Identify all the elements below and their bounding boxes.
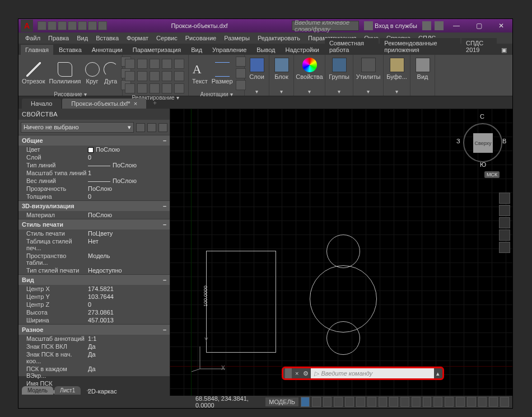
nav-fullnav-icon[interactable]: [499, 193, 510, 204]
property-value[interactable]: 174.5821: [88, 285, 170, 292]
signin-label[interactable]: Вход в службы: [375, 22, 417, 29]
property-value[interactable]: Модель: [88, 252, 170, 266]
status-snap-icon[interactable]: [312, 397, 321, 407]
exchange-icon[interactable]: [422, 21, 431, 30]
pickadd-icon[interactable]: [147, 123, 156, 132]
property-value[interactable]: [88, 380, 170, 387]
ribbon-collapse-icon[interactable]: ▣: [498, 45, 510, 55]
menu-edit[interactable]: Правка: [45, 34, 72, 43]
menu-modify[interactable]: Редактировать: [254, 34, 304, 43]
ribbontab-annotate[interactable]: Аннотации: [87, 45, 127, 55]
doctab-close-icon[interactable]: ×: [134, 100, 137, 107]
status-otrack-icon[interactable]: [367, 397, 376, 407]
qat-redo-icon[interactable]: [98, 21, 107, 30]
status-quickprops-icon[interactable]: [445, 397, 454, 407]
property-value[interactable]: ПоЦвету: [88, 230, 170, 237]
property-row[interactable]: Стиль печатиПоЦвету: [18, 229, 170, 237]
property-value[interactable]: Да: [88, 343, 170, 350]
viewcube-east[interactable]: В: [502, 138, 506, 144]
modify-mirror-icon[interactable]: [137, 71, 147, 81]
drawing-rectangle[interactable]: [206, 251, 276, 353]
property-value[interactable]: Недоступно: [88, 267, 170, 274]
status-isolate-icon[interactable]: [467, 397, 476, 407]
modify-4[interactable]: [162, 59, 172, 69]
property-value[interactable]: Да: [88, 366, 170, 379]
status-lock-icon[interactable]: [456, 397, 465, 407]
property-value[interactable]: 0: [88, 193, 170, 200]
nav-orbit-icon[interactable]: [499, 229, 510, 241]
status-units-icon[interactable]: [433, 397, 442, 407]
status-customize-icon[interactable]: [500, 397, 509, 407]
property-row[interactable]: Знак ПСК в нач. коо...Да: [18, 350, 170, 365]
panel-title-anno[interactable]: Аннотации ▾: [191, 90, 242, 99]
cat-3d[interactable]: 3D-визуализация–: [18, 200, 170, 211]
ribbontab-insert[interactable]: Вставка: [54, 45, 86, 55]
ribbontab-home[interactable]: Главная: [21, 45, 53, 55]
status-coordinates[interactable]: 68.5848, 234.3841, 0.0000: [195, 395, 259, 409]
ribbontab-manage[interactable]: Управление: [208, 45, 251, 55]
qat-new-icon[interactable]: [38, 21, 46, 30]
status-transparency-icon[interactable]: [389, 397, 398, 407]
status-osnap-icon[interactable]: [345, 397, 354, 407]
property-row[interactable]: Тип линийПоСлою: [18, 161, 170, 169]
property-row[interactable]: МатериалПоСлою: [18, 211, 170, 219]
property-value[interactable]: ПоСлою: [88, 162, 170, 168]
signin-icon[interactable]: [364, 21, 373, 30]
cmdline-customize-icon[interactable]: ⚙: [301, 370, 311, 377]
modify-stretch-icon[interactable]: [125, 83, 135, 93]
modify-trim-icon[interactable]: [150, 59, 160, 69]
ribbontab-view[interactable]: Вид: [186, 45, 207, 55]
property-row[interactable]: Слой0: [18, 153, 170, 161]
doctab-start[interactable]: Начало: [22, 99, 61, 109]
anno-small-3[interactable]: [236, 80, 246, 90]
menu-insert[interactable]: Вставка: [92, 34, 122, 43]
modify-scale-icon[interactable]: [137, 83, 147, 93]
cmd-clipboard-button[interactable]: Буфе...: [386, 57, 408, 81]
property-row[interactable]: Масштаб аннотаций1:1: [18, 335, 170, 343]
ribbontab-spds[interactable]: СПДС 2019: [461, 38, 497, 55]
property-row[interactable]: Высота273.0861: [18, 308, 170, 316]
property-value[interactable]: 1:1: [88, 335, 170, 342]
property-row[interactable]: Знак ПСК ВКЛДа: [18, 343, 170, 350]
help-icon[interactable]: [435, 21, 444, 30]
doctab-new-button[interactable]: ＋: [147, 97, 162, 109]
cmd-utilities-button[interactable]: Утилиты: [356, 57, 381, 81]
modify-9[interactable]: [162, 71, 172, 81]
qat-plot-icon[interactable]: [78, 21, 87, 30]
maximize-button[interactable]: ▢: [468, 19, 490, 32]
qat-open-icon[interactable]: [48, 21, 57, 30]
property-row[interactable]: Толщина0: [18, 193, 170, 200]
property-row[interactable]: ЦветПоСлою: [18, 146, 170, 153]
cmd-dimension-button[interactable]: Размер: [211, 61, 234, 86]
property-row[interactable]: Пространство табли...Модель: [18, 252, 170, 266]
selectobjects-icon[interactable]: [158, 123, 167, 132]
cmd-view-button[interactable]: Вид: [413, 57, 432, 81]
property-row[interactable]: Ширина457.0013: [18, 316, 170, 324]
viewcube-wcs-label[interactable]: МСК: [484, 171, 500, 178]
selection-dropdown[interactable]: Ничего не выбрано▾: [21, 122, 134, 133]
status-3dosnap-icon[interactable]: [356, 397, 365, 407]
modify-move-icon[interactable]: [125, 59, 135, 69]
nav-showmotion-icon[interactable]: [499, 242, 510, 253]
menu-view[interactable]: Вид: [73, 34, 91, 43]
modify-array-icon[interactable]: [150, 83, 160, 93]
drawing-circle-top[interactable]: [326, 235, 360, 268]
command-input[interactable]: ▷ Введите команду: [311, 368, 434, 378]
property-value[interactable]: 0: [88, 154, 170, 161]
cmd-circle-button[interactable]: Круг: [84, 61, 101, 86]
qat-save-icon[interactable]: [58, 21, 67, 30]
status-annoscale-icon[interactable]: [400, 397, 409, 407]
cmd-properties-button[interactable]: Свойства: [296, 57, 323, 81]
property-value[interactable]: Да: [88, 351, 170, 364]
nav-zoom-icon[interactable]: [499, 217, 510, 228]
close-button[interactable]: ✕: [490, 19, 512, 32]
status-cleanscreen-icon[interactable]: [489, 397, 498, 407]
property-value[interactable]: 1: [88, 170, 170, 176]
quickselect-icon[interactable]: [136, 123, 145, 132]
cmd-block-button[interactable]: Блок: [272, 57, 291, 81]
status-annomonitor-icon[interactable]: [423, 397, 432, 407]
property-row[interactable]: Масштаб типа линий1: [18, 169, 170, 177]
panel-title-draw[interactable]: Рисование ▾: [21, 90, 120, 99]
property-value[interactable]: ПоСлою: [88, 212, 170, 218]
property-value[interactable]: 457.0013: [88, 317, 170, 324]
